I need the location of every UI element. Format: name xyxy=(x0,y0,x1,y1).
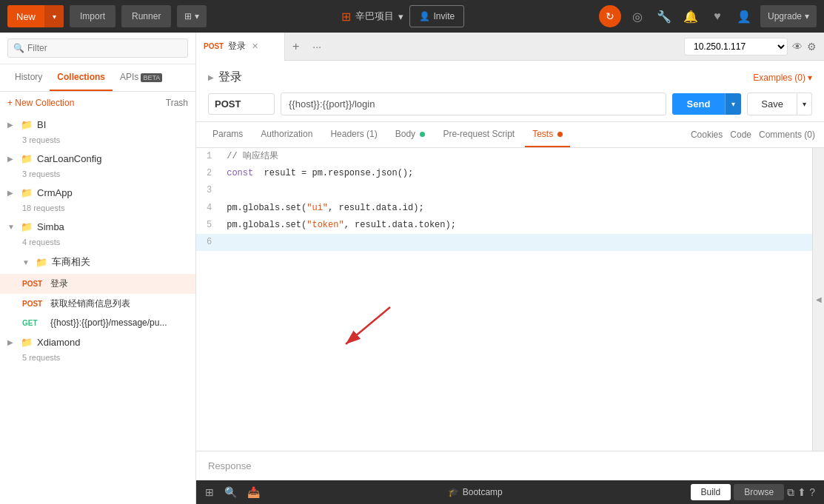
request-login[interactable]: POST 登录 xyxy=(0,274,195,294)
line-code[interactable]: pm.globals.set("token", result.data.toke… xyxy=(219,217,824,234)
env-select[interactable]: 10.250.1.117 xyxy=(684,38,788,56)
bottom-right-actions: Build Browse ⧉ ⬆ ? xyxy=(691,484,816,500)
tab-history[interactable]: History xyxy=(7,64,50,91)
help-icon[interactable]: ? xyxy=(809,486,815,498)
send-button[interactable]: Send xyxy=(672,93,726,115)
collection-xdiamond-meta: 5 requests xyxy=(0,353,195,366)
tab-tests[interactable]: Tests xyxy=(525,122,570,147)
search-input[interactable] xyxy=(7,38,188,58)
layout-button[interactable]: ⊞ ▾ xyxy=(177,5,206,27)
search-bottom-icon[interactable]: 🔍 xyxy=(224,486,237,498)
tab-authorization[interactable]: Authorization xyxy=(253,122,320,147)
collection-bi-header[interactable]: ▶ 📁 BI xyxy=(0,114,195,135)
build-button[interactable]: Build xyxy=(691,484,731,500)
import-button[interactable]: Import xyxy=(70,5,115,27)
code-line-2: 2 const result = pm.response.json(); xyxy=(196,165,824,182)
folder-icon: 📁 xyxy=(21,337,33,348)
browse-button[interactable]: Browse xyxy=(734,484,784,500)
request-dealer-info[interactable]: POST 获取经销商信息列表 xyxy=(0,294,195,314)
tab-add-button[interactable]: + xyxy=(285,40,307,53)
upgrade-label: Upgrade xyxy=(768,11,802,21)
sidebar-tabs: History Collections APIsBETA xyxy=(0,64,195,92)
send-button-group: Send ▾ xyxy=(672,93,742,115)
url-input[interactable] xyxy=(281,93,666,115)
collection-xdiamond-header[interactable]: ▶ 📁 Xdiamond xyxy=(0,332,195,353)
chevron-right-icon: ▶ xyxy=(7,121,16,129)
bottom-bar: ⊞ 🔍 📥 🎓 Bootcamp Build Browse ⧉ ⬆ ? xyxy=(196,480,824,504)
split-view-icon[interactable]: ⧉ xyxy=(787,486,794,499)
method-select[interactable]: POST GET PUT DELETE xyxy=(208,93,275,115)
runner-button[interactable]: Runner xyxy=(121,5,171,27)
examples-link[interactable]: Examples (0) ▾ xyxy=(753,73,812,83)
save-button[interactable]: Save xyxy=(747,93,797,115)
new-button[interactable]: New ▾ xyxy=(7,5,64,27)
tab-more-button[interactable]: ··· xyxy=(307,41,327,53)
line-code[interactable] xyxy=(219,182,824,199)
workspace-name: 辛巴项目 xyxy=(355,10,394,23)
tab-prerequest[interactable]: Pre-request Script xyxy=(435,122,522,147)
inbox-icon[interactable]: 📥 xyxy=(247,486,260,498)
line-code[interactable]: pm.globals.set("ui", result.data.id); xyxy=(219,200,824,217)
send-dropdown-button[interactable]: ▾ xyxy=(725,93,741,115)
request-tab-login[interactable]: POST 登录 ✕ xyxy=(196,33,285,61)
tab-body[interactable]: Body xyxy=(388,122,433,147)
req-tab-actions: Cookies Code Comments (0) xyxy=(691,130,815,140)
tab-close-button[interactable]: ✕ xyxy=(250,41,260,51)
line-number: 6 xyxy=(196,234,219,251)
collection-crmapp-header[interactable]: ▶ 📁 CrmApp xyxy=(0,182,195,204)
line-code[interactable]: const result = pm.response.json(); xyxy=(219,165,824,182)
new-collection-button[interactable]: + New Collection xyxy=(7,98,74,108)
collection-carloanconfig-name: CarLoanConfig xyxy=(37,153,188,164)
tab-params[interactable]: Params xyxy=(205,122,250,147)
collection-simba-header[interactable]: ▼ 📁 Simba xyxy=(0,216,195,238)
code-line-1: 1 // 响应结果 xyxy=(196,148,824,165)
line-number: 2 xyxy=(196,165,219,182)
workspace-button[interactable]: ⊞ 辛巴项目 ▾ xyxy=(341,10,403,24)
collection-carloanconfig-header[interactable]: ▶ 📁 CarLoanConfig xyxy=(0,148,195,169)
bell-icon[interactable]: 🔔 xyxy=(680,6,701,27)
collection-bi: ▶ 📁 BI 3 requests xyxy=(0,114,195,148)
comments-link[interactable]: Comments (0) xyxy=(759,130,815,140)
body-dot xyxy=(420,132,425,137)
request-login-name: 登录 xyxy=(50,278,68,290)
grid-icon[interactable]: ⊞ xyxy=(205,486,214,498)
collection-crmapp-name: CrmApp xyxy=(37,187,188,198)
save-dropdown-button[interactable]: ▾ xyxy=(797,93,812,115)
upload-icon[interactable]: ⬆ xyxy=(797,486,806,498)
upgrade-button[interactable]: Upgrade ▾ xyxy=(760,5,817,27)
line-code[interactable] xyxy=(219,234,824,251)
new-button-arrow[interactable]: ▾ xyxy=(44,5,64,27)
heart-icon[interactable]: ♥ xyxy=(707,6,728,27)
collection-simba-subfolder[interactable]: ▼ 📁 车商相关 xyxy=(0,250,195,274)
collection-simba: ▼ 📁 Simba 4 requests ▼ 📁 车商相关 POST 登录 xyxy=(0,216,195,332)
request-message[interactable]: GET {{host}}:{{port}}/message/pu... xyxy=(0,314,195,332)
wrench-icon[interactable]: 🔧 xyxy=(654,6,674,27)
line-code[interactable]: // 响应结果 xyxy=(219,148,824,165)
code-link[interactable]: Code xyxy=(730,130,751,140)
tab-headers[interactable]: Headers (1) xyxy=(323,122,384,147)
new-button-label: New xyxy=(7,11,44,22)
folder-icon: 📁 xyxy=(21,153,33,164)
sync-button[interactable]: ↻ xyxy=(599,5,621,27)
tab-collections[interactable]: Collections xyxy=(50,64,113,91)
collapse-panel-button[interactable]: ◀ xyxy=(812,148,824,451)
request-title: 登录 xyxy=(218,70,753,85)
tests-dot xyxy=(557,132,563,137)
settings-icon[interactable]: ⚙ xyxy=(807,41,817,53)
method-badge-post: POST xyxy=(22,300,46,308)
comment-text: // 响应结果 xyxy=(227,151,278,161)
avatar[interactable]: 👤 xyxy=(734,6,754,27)
chevron-right-icon: ▶ xyxy=(7,155,16,163)
cookies-link[interactable]: Cookies xyxy=(691,130,723,140)
compass-icon[interactable]: ◎ xyxy=(627,6,648,27)
tab-apis[interactable]: APIsBETA xyxy=(113,64,170,91)
code-line-empty xyxy=(196,251,824,399)
line-number xyxy=(196,251,219,399)
eye-icon[interactable]: 👁 xyxy=(792,41,803,53)
search-icon: 🔍 xyxy=(13,43,24,53)
request-title-row: ▶ 登录 Examples (0) ▾ xyxy=(208,70,812,85)
topbar-right: ↻ ◎ 🔧 🔔 ♥ 👤 Upgrade ▾ xyxy=(599,5,817,27)
keyword-const: const xyxy=(227,168,253,178)
trash-button[interactable]: Trash xyxy=(166,98,188,108)
invite-button[interactable]: 👤 Invite xyxy=(409,5,465,27)
